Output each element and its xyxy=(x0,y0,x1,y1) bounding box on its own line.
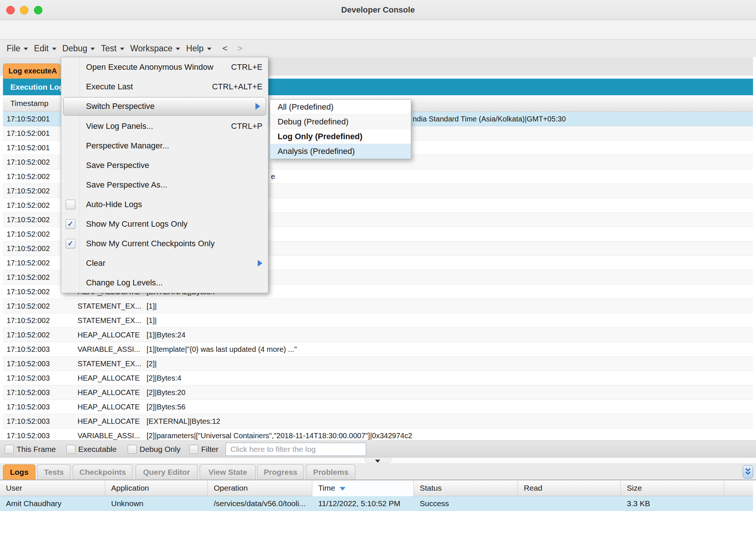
menu-test[interactable]: Test xyxy=(101,44,124,54)
log-row[interactable]: 17:10:52:003STATEMENT_EX...[2]| xyxy=(3,357,753,371)
cell-size: 3.3 KB xyxy=(621,496,724,511)
developer-console-window: Developer Console amitblog-dev-ed.my.sal… xyxy=(0,0,756,539)
menu-file[interactable]: File xyxy=(7,44,28,54)
menu-item-switch-perspective[interactable]: Switch Perspective xyxy=(63,97,266,116)
filter-label: Filter xyxy=(201,441,219,458)
tab-tests[interactable]: Tests xyxy=(37,464,71,480)
menu-item-change-log-levels[interactable]: Change Log Levels... xyxy=(61,273,268,293)
cell-read xyxy=(518,496,621,511)
menu-item-execute-last[interactable]: Execute LastCTRL+ALT+E xyxy=(61,77,268,96)
debug-dropdown-menu: Open Execute Anonymous WindowCTRL+E Exec… xyxy=(61,57,268,293)
tab-logs[interactable]: Logs xyxy=(3,464,35,480)
log-row[interactable]: 17:10:52:002HEAP_ALLOCATE[1]|Bytes:24 xyxy=(3,328,753,342)
log-row[interactable]: 17:10:52:003VARIABLE_ASSI...[1]|template… xyxy=(3,342,753,357)
column-header-read[interactable]: Read xyxy=(518,480,621,496)
cell-time: 11/12/2022, 5:10:52 PM xyxy=(312,496,414,511)
debug-only-checkbox[interactable] xyxy=(128,445,137,454)
shortcut-label: CTRL+P xyxy=(231,121,262,131)
debug-only-label: Debug Only xyxy=(140,441,181,458)
title-bar: Developer Console xyxy=(0,0,756,20)
chevron-down-icon xyxy=(90,48,95,50)
menu-item-clear[interactable]: Clear xyxy=(61,254,268,273)
menu-item-auto-hide-logs[interactable]: Auto-Hide Logs xyxy=(61,195,268,214)
submenu-arrow-icon xyxy=(258,260,262,267)
tab-query-editor[interactable]: Query Editor xyxy=(135,464,197,480)
cell-operation: /services/data/v56.0/tooli... xyxy=(208,496,312,511)
splitter-triangle-icon xyxy=(375,460,380,463)
menu-item-view-log-panels[interactable]: View Log Panels...CTRL+P xyxy=(61,116,268,136)
column-header-spacer xyxy=(724,480,753,496)
tab-view-state[interactable]: View State xyxy=(200,464,256,480)
chevron-down-icon xyxy=(52,48,56,50)
nav-forward-button[interactable]: > xyxy=(237,43,243,54)
log-row[interactable]: 17:10:52:003HEAP_ALLOCATE[EXTERNAL]|Byte… xyxy=(3,414,753,429)
double-chevron-down-icon xyxy=(744,467,752,476)
menu-help[interactable]: Help xyxy=(186,44,211,54)
menu-item-save-perspective[interactable]: Save Perspective xyxy=(61,155,268,175)
submenu-item-debug-predefined[interactable]: Debug (Predefined) xyxy=(270,114,411,129)
tab-checkpoints[interactable]: Checkpoints xyxy=(73,464,133,480)
log-row[interactable]: 17:10:52:003HEAP_ALLOCATE[2]|Bytes:56 xyxy=(3,400,753,414)
log-filter-bar: This Frame Executable Debug Only Filter xyxy=(0,440,756,458)
checkbox-checked-icon[interactable]: ✓ xyxy=(66,239,75,248)
this-frame-label: This Frame xyxy=(17,441,56,458)
menu-item-perspective-manager[interactable]: Perspective Manager... xyxy=(61,136,268,155)
column-header-operation[interactable]: Operation xyxy=(208,480,312,496)
cell-user: Amit Chaudhary xyxy=(0,496,105,511)
switch-perspective-submenu: All (Predefined) Debug (Predefined) Log … xyxy=(270,99,411,159)
chevron-down-icon xyxy=(207,48,212,50)
menu-debug[interactable]: Debug xyxy=(62,44,95,54)
chevron-down-icon xyxy=(120,48,124,50)
submenu-item-all-predefined[interactable]: All (Predefined) xyxy=(270,100,411,114)
bottom-tab-strip: Logs Tests Checkpoints Query Editor View… xyxy=(0,464,756,480)
checkbox-unchecked-icon[interactable] xyxy=(66,200,75,209)
menu-item-save-perspective-as[interactable]: Save Perspective As... xyxy=(61,175,268,195)
menu-workspace[interactable]: Workspace xyxy=(130,44,181,54)
tab-problems[interactable]: Problems xyxy=(306,464,355,480)
logs-table-header: User Application Operation Time Status R… xyxy=(0,480,753,496)
menu-item-show-my-current-checkpoints-only[interactable]: ✓Show My Current Checkpoints Only xyxy=(61,234,268,254)
url-bar[interactable]: amitblog-dev-ed.my.salesforce.com/_ui/co… xyxy=(0,20,756,40)
column-header-status[interactable]: Status xyxy=(414,480,518,496)
log-row[interactable]: 17:10:52:003VARIABLE_ASSI...[2]|paramete… xyxy=(3,429,753,440)
tab-progress[interactable]: Progress xyxy=(257,464,304,480)
executable-label: Executable xyxy=(78,441,117,458)
column-header-size[interactable]: Size xyxy=(621,480,724,496)
log-tab[interactable]: Log executeA xyxy=(3,63,61,79)
checkbox-checked-icon[interactable]: ✓ xyxy=(66,219,75,229)
menu-bar: File Edit Debug Test Workspace Help < > xyxy=(0,40,756,57)
log-filter-input[interactable] xyxy=(226,443,366,456)
log-row[interactable]: 17:10:52:002STATEMENT_EX...[1]| xyxy=(3,299,753,313)
shortcut-label: CTRL+ALT+E xyxy=(212,82,262,92)
column-header-application[interactable]: Application xyxy=(105,480,208,496)
submenu-arrow-icon xyxy=(255,103,260,110)
cell-application: Unknown xyxy=(105,496,208,511)
this-frame-checkbox[interactable] xyxy=(5,445,14,454)
menu-edit[interactable]: Edit xyxy=(34,44,56,54)
column-header-time[interactable]: Time xyxy=(312,480,414,496)
cell-status: Success xyxy=(414,496,518,511)
log-entry-row[interactable]: Amit Chaudhary Unknown /services/data/v5… xyxy=(0,496,753,511)
menu-item-show-my-current-logs-only[interactable]: ✓Show My Current Logs Only xyxy=(61,214,268,234)
shortcut-label: CTRL+E xyxy=(231,62,262,72)
chevron-down-icon xyxy=(24,48,28,50)
sort-descending-icon xyxy=(340,487,346,491)
submenu-item-analysis-predefined[interactable]: Analysis (Predefined) xyxy=(270,144,411,159)
log-row[interactable]: 17:10:52:003HEAP_ALLOCATE[2]|Bytes:4 xyxy=(3,371,753,385)
window-title: Developer Console xyxy=(0,0,756,20)
collapse-panel-button[interactable] xyxy=(743,465,753,478)
log-row[interactable]: 17:10:52:002STATEMENT_EX...[1]| xyxy=(3,313,753,328)
chevron-down-icon xyxy=(176,48,180,50)
filter-checkbox[interactable] xyxy=(189,445,198,454)
nav-back-button[interactable]: < xyxy=(223,43,228,54)
column-header-user[interactable]: User xyxy=(0,480,105,496)
log-row[interactable]: 17:10:52:003HEAP_ALLOCATE[2]|Bytes:20 xyxy=(3,385,753,400)
submenu-item-log-only-predefined[interactable]: Log Only (Predefined) xyxy=(270,129,411,144)
executable-checkbox[interactable] xyxy=(66,445,75,454)
menu-item-open-execute-anonymous[interactable]: Open Execute Anonymous WindowCTRL+E xyxy=(61,57,268,77)
